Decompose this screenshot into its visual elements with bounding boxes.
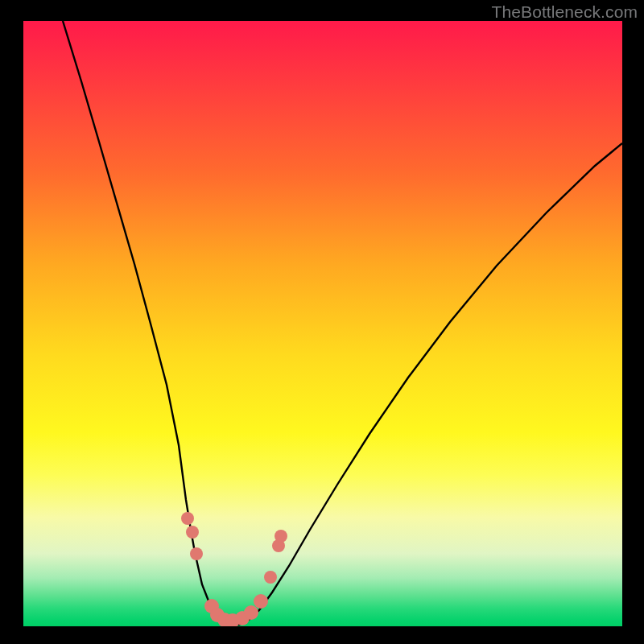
watermark-text: TheBottleneck.com xyxy=(492,2,638,22)
bottleneck-curve xyxy=(63,21,622,625)
data-markers xyxy=(181,512,287,626)
curve-overlay xyxy=(23,21,622,626)
data-marker xyxy=(186,526,199,539)
gradient-plot-area xyxy=(23,21,622,626)
data-marker xyxy=(275,530,287,543)
data-marker xyxy=(190,547,203,560)
data-marker xyxy=(244,605,258,620)
data-marker xyxy=(254,594,268,609)
data-marker xyxy=(264,571,277,584)
data-marker xyxy=(181,512,194,525)
